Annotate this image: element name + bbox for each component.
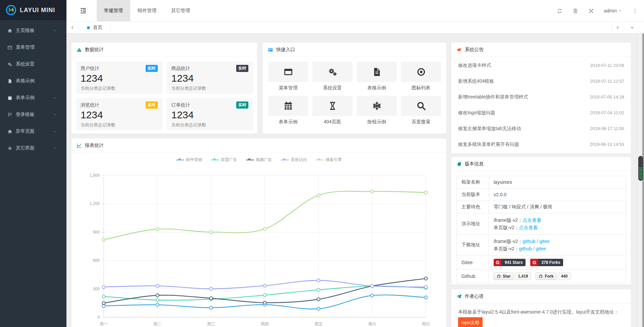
github-badge[interactable]: Star1,419 [494,273,531,280]
user-dropdown[interactable]: admin [604,8,622,13]
nav-tab-1[interactable]: 组件管理 [130,0,164,22]
search-icon [416,101,426,111]
panel-quick-entry-header: 快捷入口 [263,43,446,57]
github-count: 440 [558,273,571,280]
fullscreen-button[interactable] [588,8,594,14]
scrollbar-thumb[interactable] [638,156,643,181]
panel-system-notice-header: 系统公告 [451,43,631,57]
panel-title: 版本信息 [465,161,484,167]
collapse-sidebar-button[interactable] [79,7,88,15]
quick-entry-label: 菜单管理 [268,85,308,91]
winl-icon [7,45,12,50]
quick-entry-1[interactable]: 系统设置 [312,62,352,91]
quick-entry-0[interactable]: 菜单管理 [268,62,308,91]
chevron-down-icon [53,129,57,133]
chevron-down-icon [53,96,57,100]
legend-item-0[interactable]: 邮件营销 [176,157,202,163]
version-link[interactable]: github [523,239,535,244]
sidebar-item-3[interactable]: 表格示例 [0,73,66,89]
version-link[interactable]: gitee [539,239,549,244]
notice-item-5[interactable]: 修复多模块菜单栏展开有问题 2019-06-13 14:53 [458,136,624,152]
quick-entry-4[interactable]: 表单示例 [268,96,308,125]
quick-entry-label: 404页面 [312,119,352,125]
legend-marker [281,158,289,162]
version-label: 当前版本 [457,189,489,201]
sidebar-item-6[interactable]: 异常页面 [0,123,66,140]
svg-text:周一: 周一 [100,322,108,326]
version-value: layuimini [494,179,512,185]
sidebar-item-7[interactable]: 其它界面 [0,140,66,157]
sidebar-item-label: 主页模板 [16,28,35,34]
notice-item-4[interactable]: 修复左侧菜单缩放tab无法移动 2019-06-17 11:55 [458,121,624,136]
tab-collapse-button[interactable] [623,22,642,34]
panel-title: 系统公告 [465,47,484,53]
author-words-body: 本模板基于layui2.5.4以及font-awesome-4.7.0进行实现。… [451,303,631,327]
stat-label: 订单统计 [171,102,190,108]
credit-card-icon [268,47,273,52]
notice-text: 新增系统404模板 [458,78,494,84]
refresh-button[interactable] [557,8,562,14]
notice-item-3[interactable]: 修改logo缩放问题 2019-07-04 11:02 [458,105,624,121]
gitee-logo: G [530,259,538,266]
panel-title: 作者心语 [465,293,484,299]
quick-entry-3[interactable]: 图标列表 [401,62,441,91]
version-link[interactable]: 点击查看 [523,217,541,223]
legend-item-2[interactable]: 视频广告 [246,157,272,163]
legend-item-3[interactable]: 直接访问 [281,157,307,163]
sidebar-item-1[interactable]: 菜单管理 [0,39,66,56]
cal-icon [283,101,293,111]
paper-plane-icon [456,294,462,299]
notice-date: 2019-07-11 23:06 [590,63,624,68]
github-badge[interactable]: Fork440 [536,273,571,280]
version-link[interactable]: gitee [536,246,546,251]
quick-entry-6[interactable]: 按钮示例 [357,96,397,125]
refresh-icon [557,8,562,14]
gitee-badge[interactable]: G278 Forks [530,259,563,266]
link-prefix: 单页版-v2： [494,225,519,230]
legend-item-1[interactable]: 联盟广告 [211,157,237,163]
version-link[interactable]: github [519,246,532,251]
version-label: 演示地址 [457,213,489,235]
stat-value: 1234 [171,109,249,121]
tab-home[interactable]: 首页 [79,22,111,34]
app-logo[interactable]: LAYUI MINI [0,0,66,20]
version-label: Gitee [457,256,489,270]
svg-text:周日: 周日 [422,322,430,326]
sidebar-item-4[interactable]: 表单示例 [0,89,66,106]
stat-card-0: 用户统计 实时 1234 当前分类总记录数 [76,62,162,94]
stat-value: 1234 [171,72,249,85]
nav-tab-0[interactable]: 常规管理 [97,0,130,22]
more-menu-button[interactable] [632,8,638,14]
chevron-left-icon [70,25,75,30]
version-link[interactable]: 点击查看 [519,225,538,230]
panel-data-stats: 数据统计 用户统计 实时 1234 当前分类总记录数 商品统计 实时 1234 … [71,43,257,134]
notice-date: 2019-07-05 14:28 [590,94,624,99]
panel-quick-entry: 快捷入口 菜单管理 系统设置 表格示例 图标列表 表单示例 404页面 按钮示例… [263,43,446,134]
chevron-down-icon [53,113,57,117]
sidebar-item-0[interactable]: 主页模板 [0,22,66,39]
quick-entry-2[interactable]: 表格示例 [357,62,397,91]
report-line-chart[interactable]: 03006009001,2001,500周一周二周三周四周五周六周日 [71,163,446,327]
gitee-badge[interactable]: G941 Stars [494,259,526,266]
notice-item-2[interactable]: 新增treetable插件和菜单管理样式 2019-07-05 14:28 [458,89,624,105]
clear-cache-button[interactable] [573,8,578,14]
version-table: 框架名称layuimini当前版本v2.0.0主要特色零门槛 / 响应式 / 清… [456,176,626,283]
quick-entry-5[interactable]: 404页面 [312,96,352,125]
legend-item-4[interactable]: 搜索引擎 [316,157,342,163]
warning-triangle-icon [77,47,82,52]
quick-entry-7[interactable]: 百度搜索 [401,96,441,125]
sidebar-item-2[interactable]: 系统设置 [0,56,66,73]
stat-label: 用户统计 [81,66,99,72]
sidebar-item-5[interactable]: 登录模板 [0,106,66,123]
notice-date: 2019-06-17 11:55 [590,126,624,131]
layui-doc-badge[interactable]: layui文档 [458,317,483,327]
notice-text: 修改选项卡样式 [458,63,491,69]
notice-item-1[interactable]: 新增系统404模板 2019-07-11 12:57 [458,73,624,89]
version-row-6: GithubStar1,419Fork440 [457,270,626,283]
nav-tab-2[interactable]: 其它管理 [164,0,197,22]
version-label: 下载地址 [457,235,489,256]
tab-scroll-right-button[interactable] [612,22,623,34]
notice-item-0[interactable]: 修改选项卡样式 2019-07-11 23:06 [458,57,624,73]
tab-scroll-left-button[interactable] [66,22,79,34]
gitee-badge-label: 278 Forks [538,259,563,266]
